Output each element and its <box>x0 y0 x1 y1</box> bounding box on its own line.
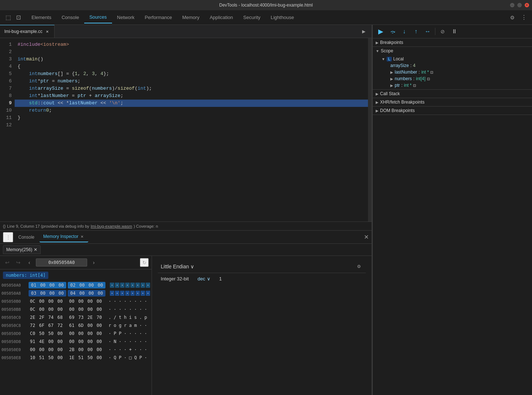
tab-console[interactable]: Console <box>56 12 84 23</box>
hex-byte[interactable]: 00 <box>95 355 103 361</box>
hex-byte[interactable]: 00 <box>95 339 103 344</box>
hex-byte[interactable]: 00 <box>87 282 95 288</box>
resume-button[interactable]: ▶ <box>376 26 386 37</box>
hex-byte[interactable]: 00 <box>68 306 76 312</box>
tab-security[interactable]: Security <box>238 12 265 23</box>
hex-byte[interactable]: 00 <box>39 282 47 288</box>
hex-byte[interactable]: 00 <box>57 282 65 288</box>
hex-byte[interactable]: 00 <box>47 298 55 304</box>
tab-memory-inspector[interactable]: Memory Inspector ✕ <box>40 232 88 242</box>
hex-byte[interactable]: 00 <box>78 290 86 296</box>
hex-byte[interactable]: 00 <box>56 339 64 344</box>
hex-byte[interactable]: 00 <box>48 282 56 288</box>
close-button[interactable]: ✕ <box>525 3 529 7</box>
hex-byte[interactable]: 00 <box>86 298 94 304</box>
tab-performance[interactable]: Performance <box>139 12 177 23</box>
memory-256-tab[interactable]: Memory(256) ✕ <box>3 245 41 254</box>
hex-byte[interactable]: 00 <box>56 331 64 336</box>
hex-byte[interactable]: 00 <box>95 306 103 312</box>
more-options-icon-button[interactable]: ⋮ <box>519 12 529 23</box>
editor-scrollbar[interactable] <box>368 38 372 221</box>
hex-byte[interactable]: 00 <box>95 323 103 328</box>
tab-lighthouse[interactable]: Lighthouse <box>265 12 299 23</box>
hex-byte[interactable]: 10 <box>29 355 37 361</box>
hex-byte[interactable]: 04 <box>69 290 77 296</box>
hex-byte[interactable]: 00 <box>48 290 56 296</box>
endian-select[interactable]: Little Endian ∨ <box>161 264 194 269</box>
deactivate-breakpoints-button[interactable]: ⊘ <box>438 26 448 37</box>
device-icon-button[interactable]: ⊡ <box>13 12 23 23</box>
hex-byte[interactable]: 00 <box>87 290 95 296</box>
hex-byte[interactable]: 50 <box>47 355 55 361</box>
hex-byte[interactable]: 00 <box>86 339 94 344</box>
tab-sources[interactable]: Sources <box>84 11 112 23</box>
xhr-header[interactable]: ▶ XHR/fetch Breakpoints <box>373 98 532 106</box>
hex-byte[interactable]: 03 <box>30 290 38 296</box>
hex-byte[interactable]: 2E <box>29 314 37 320</box>
step-button[interactable]: ↔ <box>423 26 433 37</box>
hex-byte[interactable]: 69 <box>68 314 76 320</box>
hex-byte[interactable]: 74 <box>47 314 55 320</box>
tab-elements[interactable]: Elements <box>26 12 56 23</box>
hex-byte[interactable]: 0C <box>29 298 37 304</box>
hex-byte[interactable]: 2F <box>38 314 46 320</box>
hex-byte[interactable]: C0 <box>29 331 37 336</box>
dom-header[interactable]: ▶ DOM Breakpoints <box>373 107 532 115</box>
scope-local-item[interactable]: ▼ L Local <box>379 56 532 62</box>
hex-byte[interactable]: 00 <box>77 306 85 312</box>
memory-tab-close-icon[interactable]: ✕ <box>34 247 37 252</box>
hex-byte[interactable]: 61 <box>68 323 76 328</box>
memory-next-button[interactable]: › <box>89 258 98 267</box>
settings-icon-button[interactable]: ⚙ <box>507 12 517 23</box>
bottom-opts-icon[interactable]: ⋮ <box>3 232 13 242</box>
hex-byte[interactable]: 67 <box>47 323 55 328</box>
editor-tab-close-icon[interactable]: ✕ <box>45 29 50 34</box>
call-stack-header[interactable]: ▶ Call Stack <box>373 90 532 98</box>
hex-byte[interactable]: 00 <box>39 290 47 296</box>
hex-byte[interactable]: 00 <box>47 347 55 353</box>
hex-byte[interactable]: 00 <box>95 298 103 304</box>
hex-byte[interactable]: 00 <box>86 323 94 328</box>
int32-format-select[interactable]: dec ∨ <box>198 276 211 282</box>
hex-byte[interactable]: 00 <box>68 331 76 336</box>
hex-byte[interactable]: 4E <box>38 339 46 344</box>
memory-prev-button[interactable]: ‹ <box>25 258 34 267</box>
memory-back-button[interactable]: ↩ <box>3 258 12 267</box>
scope-ptr-item[interactable]: ▶ ptr : int * ⊡ <box>379 82 532 89</box>
close-all-icon[interactable]: ✕ <box>364 234 369 241</box>
hex-byte[interactable]: 50 <box>38 331 46 336</box>
tab-console-bottom[interactable]: Console <box>15 232 38 242</box>
hex-byte[interactable]: 00 <box>95 331 103 336</box>
tab-network[interactable]: Network <box>112 12 140 23</box>
hex-bytes-b-1[interactable]: 04 00 00 00 <box>68 290 105 297</box>
hex-byte[interactable]: 1E <box>68 355 76 361</box>
breakpoints-header[interactable]: ▶ Breakpoints <box>373 38 532 46</box>
step-out-button[interactable]: ↑ <box>411 26 421 37</box>
hex-byte[interactable]: 70 <box>95 314 103 320</box>
hex-byte[interactable]: 6F <box>38 323 46 328</box>
hex-byte[interactable]: 00 <box>38 306 46 312</box>
hex-byte[interactable]: 2B <box>68 347 76 353</box>
hex-byte[interactable]: 00 <box>56 347 64 353</box>
hex-byte[interactable]: 00 <box>96 290 104 296</box>
hex-byte[interactable]: 00 <box>57 290 65 296</box>
tab-memory[interactable]: Memory <box>177 12 205 23</box>
minimize-button[interactable]: ─ <box>510 3 514 7</box>
hex-byte[interactable]: 51 <box>38 355 46 361</box>
hex-byte[interactable]: 2E <box>86 314 94 320</box>
hex-byte[interactable]: 51 <box>77 355 85 361</box>
hex-byte[interactable]: 72 <box>29 323 37 328</box>
hex-byte[interactable]: 73 <box>77 314 85 320</box>
memory-inspector-close-icon[interactable]: ✕ <box>79 234 85 239</box>
hex-byte[interactable]: 00 <box>29 347 37 353</box>
hex-byte[interactable]: 00 <box>77 339 85 344</box>
editor-tab-file[interactable]: lmi-bug-example.cc ✕ <box>0 25 55 38</box>
hex-byte[interactable]: 0C <box>29 306 37 312</box>
hex-byte[interactable]: 00 <box>38 347 46 353</box>
hex-byte[interactable]: 00 <box>77 347 85 353</box>
maximize-button[interactable]: □ <box>517 3 522 7</box>
scope-header[interactable]: ▼ Scope <box>373 47 532 55</box>
hex-byte[interactable]: 00 <box>47 339 55 344</box>
hex-byte[interactable]: 00 <box>77 298 85 304</box>
hex-bytes-b-0[interactable]: 02 00 00 00 <box>68 282 105 288</box>
